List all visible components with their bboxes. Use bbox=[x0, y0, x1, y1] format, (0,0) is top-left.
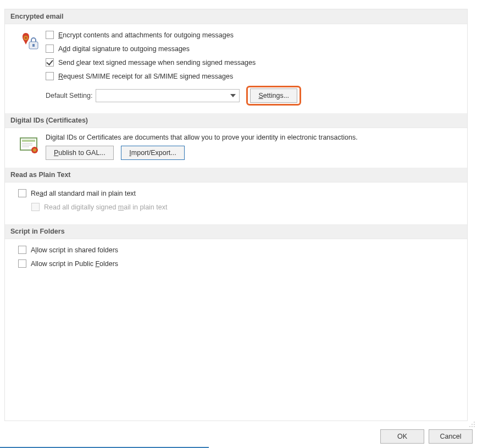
svg-rect-11 bbox=[474, 422, 475, 423]
svg-rect-5 bbox=[22, 140, 35, 142]
checkbox-smime-receipt[interactable]: Request S/MIME receipt for all S/MIME si… bbox=[46, 72, 459, 80]
ok-button[interactable]: OK bbox=[380, 429, 424, 444]
certificate-icon bbox=[13, 134, 46, 157]
section-header-digitalids: Digital IDs (Certificates) bbox=[5, 113, 467, 128]
resize-grip-icon bbox=[468, 421, 476, 428]
checkbox-read-signed-plain: Read all digitally signed mail in plain … bbox=[31, 203, 459, 211]
publish-to-gal-button[interactable]: Publish to GAL... bbox=[46, 146, 114, 160]
cancel-button[interactable]: Cancel bbox=[429, 429, 473, 444]
section-header-script: Script in Folders bbox=[5, 224, 467, 239]
checkbox-encrypt-contents[interactable]: Encrypt contents and attachments for out… bbox=[46, 31, 459, 39]
svg-rect-13 bbox=[474, 424, 475, 425]
checkbox-read-plain[interactable]: Read all standard mail in plain text bbox=[18, 189, 459, 197]
svg-rect-14 bbox=[469, 426, 470, 427]
checkbox-add-signature-input[interactable] bbox=[46, 45, 54, 53]
settings-button[interactable]: Settings... bbox=[250, 89, 297, 103]
options-panel: Encrypted email Encrypt contents and att… bbox=[4, 9, 468, 421]
checkbox-script-shared-input[interactable] bbox=[18, 246, 26, 254]
checkbox-add-signature[interactable]: Add digital signature to outgoing messag… bbox=[46, 45, 459, 53]
ribbon-lock-icon bbox=[13, 30, 46, 53]
cb-encrypt-text: ncrypt contents and attachments for outg… bbox=[63, 31, 234, 39]
svg-rect-15 bbox=[472, 426, 473, 427]
checkbox-script-public[interactable]: Allow script in Public Folders bbox=[18, 259, 459, 268]
checkbox-encrypt-contents-input[interactable] bbox=[46, 31, 54, 39]
svg-rect-16 bbox=[474, 426, 475, 427]
checkbox-script-public-input[interactable] bbox=[18, 259, 26, 268]
checkbox-clear-text-input[interactable] bbox=[46, 58, 54, 67]
section-header-encrypted: Encrypted email bbox=[5, 9, 467, 24]
svg-rect-3 bbox=[32, 44, 35, 47]
digitalids-description: Digital IDs or Certificates are document… bbox=[46, 134, 459, 141]
checkbox-read-signed-plain-input bbox=[31, 203, 40, 211]
import-export-button[interactable]: Import/Export... bbox=[121, 146, 184, 160]
checkbox-script-shared[interactable]: Allow script in shared folders bbox=[18, 246, 459, 254]
dialog-footer: OK Cancel bbox=[380, 429, 473, 444]
checkbox-smime-receipt-input[interactable] bbox=[46, 72, 54, 80]
section-header-plaintext: Read as Plain Text bbox=[5, 168, 467, 182]
default-setting-label: Default Setting: bbox=[46, 92, 92, 99]
svg-point-1 bbox=[25, 37, 27, 39]
checkbox-read-plain-input[interactable] bbox=[18, 189, 26, 197]
checkbox-clear-text[interactable]: Send clear text signed message when send… bbox=[46, 58, 459, 67]
svg-rect-12 bbox=[472, 424, 473, 425]
default-setting-combo[interactable] bbox=[96, 89, 240, 102]
svg-point-10 bbox=[33, 148, 36, 152]
settings-button-highlight: Settings... bbox=[246, 86, 301, 106]
